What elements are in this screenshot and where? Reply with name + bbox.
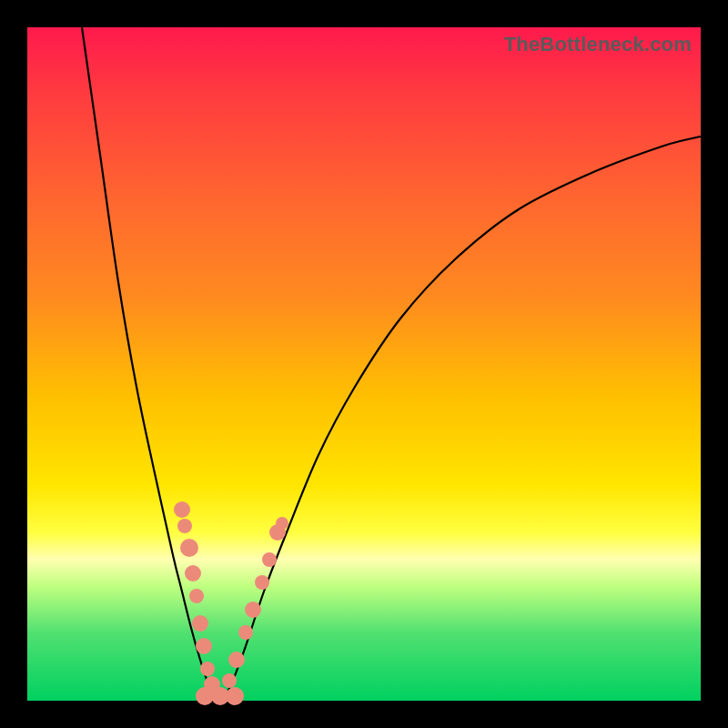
data-point [180,539,198,557]
data-point [238,625,253,640]
data-point [228,652,245,668]
data-point [196,638,212,654]
data-point [255,575,269,590]
curve-layer [82,27,701,701]
data-point [185,565,201,581]
data-point [200,662,215,676]
data-point [276,517,288,530]
scatter-layer [174,501,288,705]
data-point [222,673,237,688]
data-point [192,615,208,632]
data-point [262,552,277,567]
data-point [189,589,204,603]
data-point [245,602,261,618]
chart-area: TheBottleneck.com [27,27,701,701]
data-point [177,519,192,533]
data-point [174,501,190,518]
chart-svg [27,27,701,701]
data-point [226,687,244,705]
curve-right-curve [223,136,701,701]
